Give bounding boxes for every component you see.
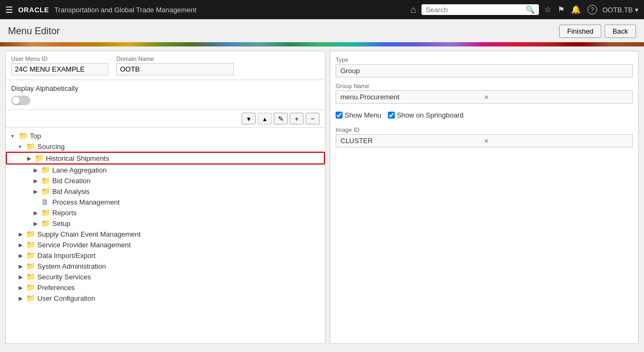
tree-item-top[interactable]: ▾📁Top	[6, 130, 325, 141]
flag-icon[interactable]: ⚑	[558, 5, 565, 14]
display-alpha-label: Display Alphabetically	[11, 84, 320, 92]
tree-item-data_import[interactable]: ▶📁Data Import/Export	[6, 250, 325, 261]
main-container: Menu Editor Finished Back User Menu ID D…	[0, 19, 644, 352]
add-button[interactable]: +	[290, 113, 304, 124]
content-area: User Menu ID Domain Name Display Alphabe…	[0, 46, 644, 348]
color-banner	[0, 42, 644, 46]
tree-item-historical_shipments[interactable]: ▶📁Historical Shipments	[6, 152, 325, 165]
tree-item-label: System Administration	[37, 262, 106, 270]
chevron-icon: ▶	[34, 178, 41, 184]
tree-item-sourcing[interactable]: ▾📁Sourcing	[6, 141, 325, 152]
tree-item-reports[interactable]: ▶📁Reports	[6, 207, 325, 218]
display-alpha-section: Display Alphabetically	[6, 80, 325, 110]
tree-item-preferences[interactable]: ▶📁Preferences	[6, 282, 325, 293]
help-icon[interactable]: ?	[587, 5, 597, 14]
tree-item-label: Bid Analysis	[52, 187, 90, 195]
image-id-value: CLUSTER	[340, 137, 484, 145]
home-icon[interactable]: ⌂	[410, 4, 416, 15]
domain-name-label: Domain Name	[116, 56, 234, 62]
folder-icon: 📁	[26, 230, 36, 238]
username-label: OOTB.TB	[602, 6, 633, 14]
folder-icon: 📁	[26, 262, 36, 270]
chevron-icon: ▶	[19, 285, 26, 291]
folder-icon: 📁	[26, 283, 36, 292]
group-name-label: Group Name	[336, 83, 633, 89]
chevron-icon: ▾	[11, 133, 19, 139]
folder-icon: 📁	[41, 176, 51, 185]
star-icon[interactable]: ☆	[544, 5, 551, 14]
domain-name-field: Domain Name	[116, 56, 234, 75]
domain-name-input[interactable]	[116, 63, 234, 75]
tree-item-setup[interactable]: ▶📁Setup	[6, 218, 325, 229]
chevron-icon: ▶	[27, 155, 35, 161]
display-alpha-toggle[interactable]	[11, 96, 30, 105]
folder-icon: 📁	[26, 294, 36, 302]
header-buttons: Finished Back	[559, 25, 636, 38]
page-icon: 🗎	[41, 198, 51, 206]
show-springboard-checkbox[interactable]	[388, 112, 395, 119]
bell-icon[interactable]: 🔔	[571, 5, 581, 14]
folder-icon: 📁	[41, 166, 51, 174]
chevron-icon: ▶	[19, 295, 26, 301]
tree-item-user_config[interactable]: ▶📁User Configuration	[6, 293, 325, 303]
tree-item-label: Data Import/Export	[37, 252, 96, 260]
tree-item-label: Bid Creation	[52, 177, 91, 185]
page-header: Menu Editor Finished Back	[0, 19, 644, 42]
type-label: Type	[336, 57, 633, 63]
image-id-row: CLUSTER ×	[336, 134, 633, 147]
tree-item-bid_analysis[interactable]: ▶📁Bid Analysis	[6, 186, 325, 197]
tree-item-system_admin[interactable]: ▶📁System Administration	[6, 261, 325, 271]
group-name-clear-button[interactable]: ×	[484, 93, 629, 101]
show-menu-checkbox[interactable]	[336, 112, 343, 119]
tree-item-bid_creation[interactable]: ▶📁Bid Creation	[6, 175, 325, 186]
chevron-icon: ▶	[19, 242, 26, 248]
folder-icon: 📁	[41, 187, 51, 195]
user-menu-id-label: User Menu ID	[11, 56, 108, 62]
finished-button[interactable]: Finished	[559, 25, 601, 38]
oracle-logo: ORACLE	[18, 6, 49, 14]
image-id-clear-button[interactable]: ×	[484, 137, 629, 145]
tree-item-label: Preferences	[37, 284, 75, 292]
tree-item-label: Setup	[52, 220, 70, 228]
user-menu-id-input[interactable]	[11, 63, 108, 75]
group-name-field: Group Name menu.Procurement ×	[336, 83, 633, 104]
tree-item-security_services[interactable]: ▶📁Security Services	[6, 271, 325, 282]
chevron-down-icon: ▾	[635, 6, 639, 14]
tree-item-label: Lane Aggregation	[52, 166, 107, 174]
chevron-icon: ▶	[34, 189, 41, 194]
group-name-row: menu.Procurement ×	[336, 90, 633, 104]
left-panel-form: User Menu ID Domain Name	[6, 51, 325, 80]
user-menu[interactable]: OOTB.TB ▾	[602, 6, 639, 14]
tree-item-lane_aggregation[interactable]: ▶📁Lane Aggregation	[6, 165, 325, 175]
remove-button[interactable]: −	[306, 113, 320, 124]
folder-icon: 📁	[35, 154, 44, 162]
tree-item-label: Security Services	[37, 273, 91, 281]
move-up-button[interactable]: ▴	[258, 113, 272, 124]
tree-item-label: User Configuration	[37, 294, 95, 302]
type-value: Group	[336, 64, 633, 77]
chevron-icon: ▶	[34, 221, 41, 226]
hamburger-menu-icon[interactable]: ☰	[5, 5, 13, 15]
right-panel: Type Group Group Name menu.Procurement ×…	[330, 51, 639, 344]
menu-tree: ▾📁Top▾📁Sourcing▶📁Historical Shipments▶📁L…	[6, 128, 325, 343]
chevron-icon: ▶	[19, 231, 26, 237]
topnav: ☰ ORACLE Transportation and Global Trade…	[0, 0, 644, 19]
move-down-button[interactable]: ▾	[242, 113, 256, 124]
tree-item-label: Sourcing	[37, 143, 65, 151]
tree-item-label: Process Management	[52, 198, 120, 206]
search-bar[interactable]: 🔍	[422, 4, 539, 15]
chevron-icon: ▾	[19, 144, 26, 150]
show-menu-label: Show Menu	[345, 111, 381, 119]
search-icon: 🔍	[526, 5, 535, 14]
show-springboard-label: Show on Springboard	[397, 111, 464, 119]
nav-icons: ☆ ⚑ 🔔 ?	[544, 5, 597, 14]
show-menu-checkbox-label: Show Menu	[336, 111, 381, 119]
tree-item-process_management[interactable]: 🗎Process Management	[6, 197, 325, 207]
tree-item-service_provider[interactable]: ▶📁Service Provider Management	[6, 239, 325, 250]
folder-icon: 📁	[26, 240, 36, 249]
tree-item-label: Historical Shipments	[46, 154, 109, 162]
tree-item-supply_chain[interactable]: ▶📁Supply Chain Event Management	[6, 229, 325, 239]
edit-button[interactable]: ✎	[274, 113, 288, 124]
search-input[interactable]	[426, 6, 523, 14]
back-button[interactable]: Back	[605, 25, 636, 38]
